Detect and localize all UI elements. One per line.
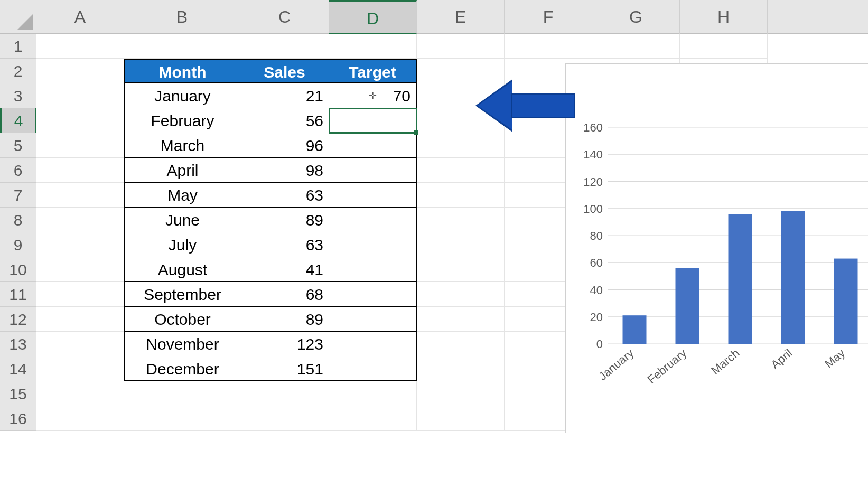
cell-B8-month[interactable]: June: [124, 208, 240, 232]
cell-D14-target[interactable]: [329, 356, 417, 381]
cell-E14[interactable]: [417, 356, 505, 381]
cell-C15[interactable]: [240, 381, 329, 406]
col-header-C[interactable]: C: [240, 0, 329, 34]
cell-C3-sales[interactable]: 21: [240, 83, 329, 108]
row-header-2[interactable]: 2: [0, 59, 36, 83]
cell-B16[interactable]: [124, 406, 240, 431]
cell-A8[interactable]: [36, 208, 124, 232]
cell-D3-target[interactable]: ✛ 70: [329, 83, 417, 108]
cell-C9-sales[interactable]: 63: [240, 232, 329, 257]
cell-C7-sales[interactable]: 63: [240, 183, 329, 208]
col-header-F[interactable]: F: [505, 0, 592, 34]
cell-D4-target[interactable]: [329, 108, 417, 133]
cell-E12[interactable]: [417, 307, 505, 332]
cell-B15[interactable]: [124, 381, 240, 406]
cell-B9-month[interactable]: July: [124, 232, 240, 257]
col-header-A[interactable]: A: [36, 0, 124, 34]
cell-D8-target[interactable]: [329, 208, 417, 232]
row-header-1[interactable]: 1: [0, 34, 36, 59]
cell-E15[interactable]: [417, 381, 505, 406]
cell-A14[interactable]: [36, 356, 124, 381]
col-header-H[interactable]: H: [680, 0, 768, 34]
row-header-5[interactable]: 5: [0, 133, 36, 158]
cell-D1[interactable]: [329, 34, 417, 59]
cell-C2-header-sales[interactable]: Sales: [240, 59, 329, 83]
row-header-7[interactable]: 7: [0, 183, 36, 208]
cell-C11-sales[interactable]: 68: [240, 282, 329, 307]
cell-D6-target[interactable]: [329, 158, 417, 183]
row-header-15[interactable]: 15: [0, 381, 36, 406]
row-header-13[interactable]: 13: [0, 332, 36, 356]
cell-C4-sales[interactable]: 56: [240, 108, 329, 133]
row-header-6[interactable]: 6: [0, 158, 36, 183]
cell-E11[interactable]: [417, 282, 505, 307]
cell-A9[interactable]: [36, 232, 124, 257]
cell-A7[interactable]: [36, 183, 124, 208]
cell-C12-sales[interactable]: 89: [240, 307, 329, 332]
cell-C8-sales[interactable]: 89: [240, 208, 329, 232]
cell-D16[interactable]: [329, 406, 417, 431]
cell-A16[interactable]: [36, 406, 124, 431]
cell-E5[interactable]: [417, 133, 505, 158]
cell-C16[interactable]: [240, 406, 329, 431]
cell-B1[interactable]: [124, 34, 240, 59]
cell-C10-sales[interactable]: 41: [240, 257, 329, 282]
select-all-corner[interactable]: [0, 0, 36, 34]
cell-B4-month[interactable]: February: [124, 108, 240, 133]
cell-B5-month[interactable]: March: [124, 133, 240, 158]
cell-D13-target[interactable]: [329, 332, 417, 356]
cell-A15[interactable]: [36, 381, 124, 406]
cell-F1[interactable]: [505, 34, 592, 59]
cell-C13-sales[interactable]: 123: [240, 332, 329, 356]
cell-E9[interactable]: [417, 232, 505, 257]
cell-D15[interactable]: [329, 381, 417, 406]
cell-A5[interactable]: [36, 133, 124, 158]
cell-C6-sales[interactable]: 98: [240, 158, 329, 183]
cell-D11-target[interactable]: [329, 282, 417, 307]
cell-D5-target[interactable]: [329, 133, 417, 158]
col-header-E[interactable]: E: [417, 0, 505, 34]
cell-E7[interactable]: [417, 183, 505, 208]
col-header-G[interactable]: G: [592, 0, 680, 34]
cell-B10-month[interactable]: August: [124, 257, 240, 282]
row-header-16[interactable]: 16: [0, 406, 36, 431]
cell-A6[interactable]: [36, 158, 124, 183]
row-header-9[interactable]: 9: [0, 232, 36, 257]
row-header-3[interactable]: 3: [0, 83, 36, 108]
embedded-chart[interactable]: 020406080100120140160JanuaryFebruaryMarc…: [565, 63, 868, 433]
cell-E10[interactable]: [417, 257, 505, 282]
cell-C14-sales[interactable]: 151: [240, 356, 329, 381]
col-header-B[interactable]: B: [124, 0, 240, 34]
cell-B13-month[interactable]: November: [124, 332, 240, 356]
cell-B6-month[interactable]: April: [124, 158, 240, 183]
cell-A1[interactable]: [36, 34, 124, 59]
cell-B12-month[interactable]: October: [124, 307, 240, 332]
cell-D2-header-target[interactable]: Target: [329, 59, 417, 83]
cell-B14-month[interactable]: December: [124, 356, 240, 381]
cell-E1[interactable]: [417, 34, 505, 59]
cell-A4[interactable]: [36, 108, 124, 133]
cell-C1[interactable]: [240, 34, 329, 59]
cell-B3-month[interactable]: January: [124, 83, 240, 108]
cell-A11[interactable]: [36, 282, 124, 307]
cell-E13[interactable]: [417, 332, 505, 356]
cell-A13[interactable]: [36, 332, 124, 356]
cell-D7-target[interactable]: [329, 183, 417, 208]
cell-A3[interactable]: [36, 83, 124, 108]
cell-E16[interactable]: [417, 406, 505, 431]
cell-G1[interactable]: [592, 34, 680, 59]
row-header-14[interactable]: 14: [0, 356, 36, 381]
cell-B2-header-month[interactable]: Month: [124, 59, 240, 83]
col-header-D[interactable]: D: [329, 0, 417, 34]
row-header-11[interactable]: 11: [0, 282, 36, 307]
cell-A12[interactable]: [36, 307, 124, 332]
row-header-12[interactable]: 12: [0, 307, 36, 332]
cell-D9-target[interactable]: [329, 232, 417, 257]
cell-A2[interactable]: [36, 59, 124, 83]
cell-A10[interactable]: [36, 257, 124, 282]
cell-D12-target[interactable]: [329, 307, 417, 332]
cell-E8[interactable]: [417, 208, 505, 232]
cell-B11-month[interactable]: September: [124, 282, 240, 307]
cell-E6[interactable]: [417, 158, 505, 183]
fill-handle[interactable]: [414, 130, 418, 135]
